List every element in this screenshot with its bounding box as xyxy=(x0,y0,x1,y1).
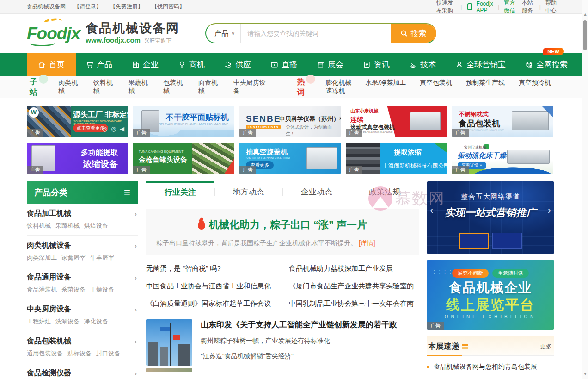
article-title[interactable]: 山东印发《关于支持人工智能全产业链创新发展的若干政 xyxy=(201,319,419,330)
category-tag[interactable]: 工程炉灶 xyxy=(27,317,51,326)
ad-banner-vacuum-packaging[interactable]: 山东小康机械 连续 滚动式真空包装机 VACUUM PACKAGING MACH… xyxy=(346,106,447,137)
hotword-link[interactable]: 速冻机 xyxy=(325,87,345,94)
site-service-link[interactable]: 本站服务 xyxy=(522,0,535,15)
category-tag[interactable]: 烘焙设备 xyxy=(84,222,108,230)
category-tag[interactable]: 通用包装设备 xyxy=(27,349,63,358)
carousel-thumbnail[interactable] xyxy=(492,233,522,249)
nav-item-global-marketing[interactable]: 全球营销宝 xyxy=(446,53,515,76)
category-tag[interactable]: 杀菌设备 xyxy=(61,286,86,294)
hotword-link[interactable]: 预制菜生产线 xyxy=(466,79,505,86)
article-link[interactable]: 衢州辣粽子独树一帜，产业发展还有待标准化 xyxy=(201,337,419,345)
scrollbar-thumb[interactable] xyxy=(583,20,587,50)
category-item-meat-machinery[interactable]: 肉类机械设备› 肉类深加工 家禽屠宰 牛羊屠宰 xyxy=(27,236,138,267)
featured-article[interactable]: 机械化助力，粽子出口 “涨” 声一片 粽子出口量持续攀升，背后是我国粽子生产企业… xyxy=(146,209,419,255)
ad-banner-food-packaging[interactable]: 不锈钢枕式 食品包装机 FOOD PACKAGING MACHINE 广告 xyxy=(452,106,553,137)
substation-link[interactable]: 面食机械 xyxy=(198,79,221,95)
help-center-link[interactable]: 帮助中心 xyxy=(545,0,558,15)
category-tag[interactable]: 封口设备 xyxy=(96,349,120,358)
nav-item-global-search[interactable]: 全网搜索 xyxy=(515,53,577,76)
substation-link[interactable]: 肉类机械 xyxy=(58,79,81,95)
news-list-item[interactable]: 《白酒质量通则》国家标准起草工作会议 xyxy=(146,299,276,308)
ad-banner-fluid-bed-dryer[interactable]: 常州宝康机械 振动流化床干燥机 查看详情 » 广告 xyxy=(452,143,553,174)
article-thumbnail[interactable] xyxy=(146,319,192,366)
category-tag[interactable]: 饮料机械 xyxy=(27,222,51,230)
category-item-general-equipment[interactable]: 食品通用设备› 食品灌装机 杀菌设备 干燥设备 xyxy=(27,267,138,299)
category-tag[interactable]: 洗涮设备 xyxy=(55,317,80,326)
carousel-prev-arrow[interactable]: ‹ xyxy=(430,205,433,217)
ad-banner-tuna-canning[interactable]: TUNA CANNING EQUIPMENT 金枪鱼罐头设备 广告 xyxy=(133,143,234,174)
ad-banner-labeling-machine[interactable]: 不干胶平面贴标机 SELF-ADHESIVE PLANE LABELING MA… xyxy=(133,106,234,137)
ad-title-2: 浓缩设备 xyxy=(83,158,118,170)
category-tag[interactable]: 肉类深加工 xyxy=(27,254,57,262)
category-item-central-kitchen[interactable]: 中央厨房设备› 工程炉灶 洗涮设备 净化设备 xyxy=(27,299,138,331)
category-tag[interactable]: 家禽屠宰 xyxy=(61,254,86,262)
news-list-item[interactable]: 食品机械助力荔枝深加工产业发展 xyxy=(289,264,419,273)
tab-company-news[interactable]: 企业动态 xyxy=(282,181,351,202)
ad-banner-extraction-concentration[interactable]: 提取浓缩 上海阁新机械科技有限公司 广告 xyxy=(346,143,447,174)
category-item-testing-instruments[interactable]: 食品检测仪器› xyxy=(27,363,138,379)
ad-banner-extraction-equipment[interactable]: 多功能提取 浓缩设备 广告 xyxy=(27,143,128,174)
article-link[interactable]: “江苏造”食品机械解锁“舌尖经济” xyxy=(201,352,419,360)
nav-item-companies[interactable]: 企业 xyxy=(122,53,168,76)
carousel-next-arrow[interactable]: › xyxy=(548,205,551,217)
register-link[interactable]: 【免费注册】 xyxy=(110,3,143,11)
category-tag[interactable]: 贴标设备 xyxy=(67,349,92,358)
wechat-link[interactable]: 官方微信 xyxy=(504,0,517,15)
substation-link[interactable]: 中央厨房设备 xyxy=(233,79,268,95)
page-scrollbar[interactable]: ▲ ▼ xyxy=(582,0,588,379)
expo-list-item[interactable]: 食品机械设备网与您相约青岛包装展 xyxy=(427,363,554,371)
search-button[interactable]: 搜索 xyxy=(391,24,435,43)
nav-item-tech[interactable]: 技术 xyxy=(399,53,446,76)
more-link[interactable]: 更多 xyxy=(540,342,552,351)
news-list-item[interactable]: 无菌蛋，是 “智商税” 吗? xyxy=(146,264,276,273)
hotword-link[interactable]: 膨化机械 xyxy=(325,79,351,86)
news-list-item[interactable]: 《厦门市食品生产企业共建共享实验室的 xyxy=(289,282,419,291)
login-link[interactable]: 【请登录】 xyxy=(74,3,102,11)
quick-publish-link[interactable]: 快速发布采购 xyxy=(436,0,456,15)
nav-item-home[interactable]: 首页 xyxy=(27,53,76,76)
nav-item-news[interactable]: 资讯 xyxy=(353,53,399,76)
forgot-password-link[interactable]: 【找回密码】 xyxy=(152,3,185,11)
foodjx-app-link[interactable]: Foodjx APP xyxy=(477,0,494,13)
nav-item-products[interactable]: 产品 xyxy=(76,53,122,76)
search-category-dropdown[interactable]: 产品 ∨ xyxy=(206,24,241,43)
news-list-item[interactable]: 中国乳制品工业协会第三十一次年会在南 xyxy=(289,299,419,308)
substation-link[interactable]: 饮料机械 xyxy=(93,79,116,95)
category-tag[interactable]: 净化设备 xyxy=(84,317,108,326)
search-input[interactable] xyxy=(241,24,391,43)
tab-local-news[interactable]: 地方动态 xyxy=(214,181,283,202)
hotword-link[interactable]: 水果/净菜加工 xyxy=(365,79,406,86)
tab-industry-focus[interactable]: 行业关注 xyxy=(146,181,214,202)
logo-wordmark: Foodjx xyxy=(27,25,80,42)
ad-banner-factory-custom[interactable]: W 源头工厂 非标定制 SOURCE FACTORY NON-STANDARD … xyxy=(27,106,128,137)
nav-item-live[interactable]: 直播 xyxy=(261,53,307,76)
category-tag[interactable]: 干燥设备 xyxy=(90,286,114,294)
featured-article-title[interactable]: 机械化助力，粽子出口 “涨” 声一片 xyxy=(209,218,367,232)
ad-banner-vacuum-capping[interactable]: 抽真空旋盖机 VACUUM CAPPING MACHINE 查看更多 广告 xyxy=(239,143,341,174)
online-exhibition-banner[interactable]: · · · · · · · · · · · · · · · · · · 展览不间… xyxy=(427,260,554,330)
hotword-link[interactable]: 真空包装机 xyxy=(420,79,452,86)
category-tag[interactable]: 果蔬机械 xyxy=(55,222,80,230)
detail-link[interactable]: [详情] xyxy=(359,239,375,247)
tab-policy[interactable]: 政策法规 xyxy=(351,181,419,202)
site-logo[interactable]: Foodjx 食品机械设备网 www.foodjx.com 兴旺宝旗下 xyxy=(27,22,179,45)
category-item-food-processing[interactable]: 食品加工机械› 饮料机械 果蔬机械 烘焙设备 xyxy=(27,204,138,236)
scrollbar-up-arrow[interactable]: ▲ xyxy=(582,12,588,17)
scrollbar-down-arrow[interactable]: ▼ xyxy=(582,372,588,376)
menu-icon[interactable]: ☰ xyxy=(124,188,130,197)
category-tag[interactable]: 食品灌装机 xyxy=(27,286,57,294)
substation-link[interactable]: 果蔬机械 xyxy=(129,79,152,95)
category-tag[interactable]: 牛羊屠宰 xyxy=(90,254,114,262)
nav-item-business[interactable]: 商机 xyxy=(168,53,214,76)
hotword-link[interactable]: 真空预冷机 xyxy=(519,79,551,86)
category-item-packaging-machinery[interactable]: 食品包装机械› 通用包装设备 贴标设备 封口设备 xyxy=(27,331,138,363)
nav-item-supply[interactable]: 供应 xyxy=(214,53,261,76)
ad-banner-senbe[interactable]: SENBEinstruments 申贝科学仪器（苏州）有限公司 分体式设计，为创… xyxy=(239,106,341,137)
carousel-thumbnail-selected[interactable] xyxy=(459,233,489,249)
topbar-site-link[interactable]: 食品机械设备网 xyxy=(27,3,66,11)
ad-title: 金枪鱼罐头设备 xyxy=(139,155,187,164)
news-list-item[interactable]: 中国食品工业协会与江西省工业和信息化 xyxy=(146,282,276,291)
nav-item-exhibitions[interactable]: 展会 xyxy=(307,53,353,76)
substation-link[interactable]: 包装机械 xyxy=(163,79,186,95)
marketing-promo-banner[interactable]: 整合五大网络渠道 实现一站式营销推广 ‹ › xyxy=(427,181,554,254)
